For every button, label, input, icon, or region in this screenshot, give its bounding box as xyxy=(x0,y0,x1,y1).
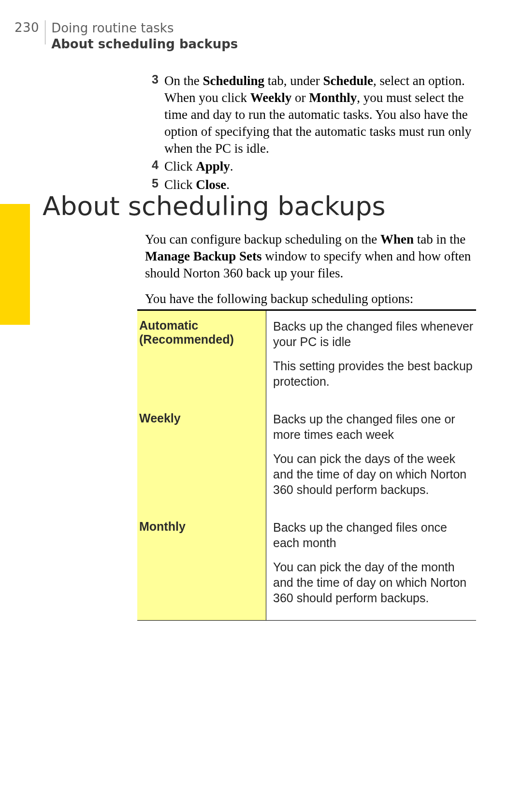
running-header: 230 Doing routine tasks About scheduling… xyxy=(14,20,238,52)
chapter-title: Doing routine tasks xyxy=(51,20,238,36)
table-row: Monthly Backs up the changed files once … xyxy=(137,512,476,621)
table-row: Automatic (Recommended) Backs up the cha… xyxy=(137,311,476,404)
page: 230 Doing routine tasks About scheduling… xyxy=(0,0,522,812)
section-title-small: About scheduling backups xyxy=(51,36,238,52)
intro-block: You can configure backup scheduling on t… xyxy=(145,231,476,316)
option-desc-line: You can pick the days of the week and th… xyxy=(273,451,474,497)
table-row: Weekly Backs up the changed files one or… xyxy=(137,404,476,512)
option-name: Automatic (Recommended) xyxy=(137,311,266,404)
option-desc: Backs up the changed files whenever your… xyxy=(266,311,476,404)
option-desc-line: Backs up the changed files one or more t… xyxy=(273,411,474,442)
step-number: 3 xyxy=(145,72,164,87)
option-desc-line: Backs up the changed files whenever your… xyxy=(273,319,474,349)
side-tab xyxy=(0,204,30,325)
header-divider xyxy=(45,20,45,44)
step-list: 3 On the Scheduling tab, under Schedule,… xyxy=(145,72,476,193)
intro-paragraph: You have the following backup scheduling… xyxy=(145,290,476,307)
option-desc: Backs up the changed files once each mon… xyxy=(266,512,476,621)
step-number: 4 xyxy=(145,158,164,172)
option-desc-line: This setting provides the best backup pr… xyxy=(273,358,474,389)
intro-paragraph: You can configure backup scheduling on t… xyxy=(145,231,476,282)
option-name: Weekly xyxy=(137,404,266,512)
step-number: 5 xyxy=(145,176,164,190)
step-item: 3 On the Scheduling tab, under Schedule,… xyxy=(145,72,476,157)
options-table: Automatic (Recommended) Backs up the cha… xyxy=(137,309,476,621)
option-name: Monthly xyxy=(137,512,266,621)
option-desc-line: Backs up the changed files once each mon… xyxy=(273,520,474,551)
option-desc-line: You can pick the day of the month and th… xyxy=(273,559,474,606)
steps-column: 3 On the Scheduling tab, under Schedule,… xyxy=(145,72,476,194)
step-body: On the Scheduling tab, under Schedule, s… xyxy=(164,72,476,157)
page-number: 230 xyxy=(14,20,45,35)
step-item: 4 Click Apply. xyxy=(145,158,476,175)
section-heading: About scheduling backups xyxy=(43,191,386,221)
step-body: Click Apply. xyxy=(164,158,476,175)
option-desc: Backs up the changed files one or more t… xyxy=(266,404,476,512)
